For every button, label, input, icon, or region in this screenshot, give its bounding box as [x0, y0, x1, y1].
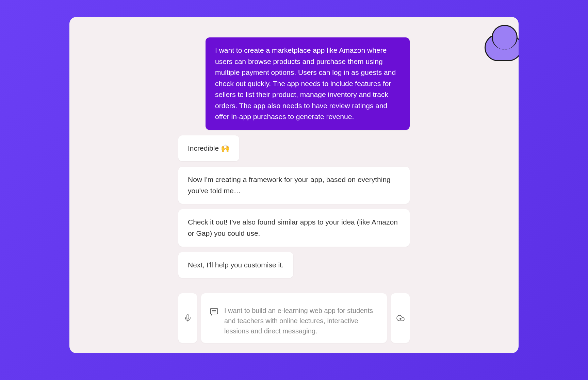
bot-message: Check it out! I've also found similar ap…	[178, 209, 410, 246]
chat-container: I want to create a marketplace app like …	[69, 17, 519, 353]
chat-messages: I want to create a marketplace app like …	[69, 17, 519, 285]
input-area: I want to build an e-learning web app fo…	[69, 293, 519, 353]
user-message-text: I want to create a marketplace app like …	[215, 46, 396, 120]
bot-message: Incredible 🙌	[178, 135, 239, 162]
bot-message-text: Now I'm creating a framework for your ap…	[188, 176, 391, 195]
cloud-upload-icon	[396, 314, 405, 322]
bot-message: Now I'm creating a framework for your ap…	[178, 167, 410, 204]
microphone-icon	[184, 314, 192, 322]
user-message: I want to create a marketplace app like …	[206, 37, 410, 130]
chat-input[interactable]: I want to build an e-learning web app fo…	[201, 293, 387, 343]
microphone-button[interactable]	[178, 293, 197, 343]
chat-icon	[209, 307, 219, 318]
bot-message: Next, I'll help you customise it.	[178, 252, 293, 278]
bot-message-text: Incredible 🙌	[188, 144, 230, 152]
input-placeholder: I want to build an e-learning web app fo…	[224, 300, 379, 336]
svg-rect-1	[211, 309, 218, 314]
bot-message-text: Check it out! I've also found similar ap…	[188, 218, 398, 237]
upload-button[interactable]	[391, 293, 410, 343]
bot-message-text: Next, I'll help you customise it.	[188, 261, 284, 269]
